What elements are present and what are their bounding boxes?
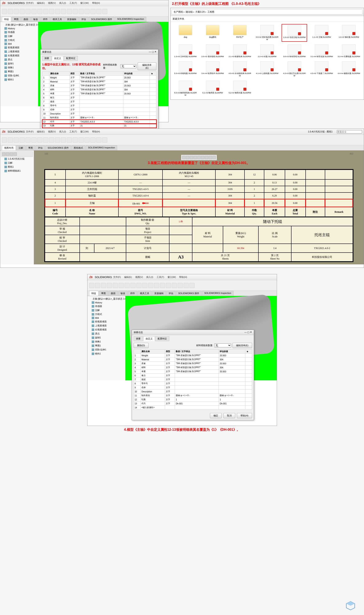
property-row[interactable]: 11制作类别文字圆钢 φ × t × 8 ↓圆钢 φ × t × 8 ↓ xyxy=(134,394,252,398)
tree-item[interactable]: 304 xyxy=(1,42,37,46)
ribbon-tab[interactable]: SOLIDWORKS Inspection xyxy=(86,145,117,150)
property-row[interactable]: 2Material文字"SW-材质@主轴.SLDPRT"304 xyxy=(42,80,156,84)
property-row[interactable]: 11制作类别文字圆钢 φ × t × 8 ↓圆钢 φ × t × 8 ↓ xyxy=(42,116,156,120)
property-row[interactable]: 12轧数文字11 xyxy=(134,398,252,402)
property-row[interactable]: 3质量文字"SW-质量@主轴.SLDPRT"20.563 xyxy=(42,84,156,88)
property-row[interactable]: 8零件号文字 xyxy=(134,382,252,386)
tool-icon[interactable] xyxy=(43,9,48,14)
tree-item[interactable]: 草图1 xyxy=(88,344,124,348)
tool-icon[interactable] xyxy=(37,9,42,14)
ribbon-tab[interactable]: 视图布局 xyxy=(2,145,16,150)
tool-icon[interactable] xyxy=(8,137,13,143)
menu-item[interactable]: 编辑(E) xyxy=(36,1,46,5)
ribbon-tab[interactable]: SOLIDWORKS 插件 xyxy=(45,145,71,150)
tool-icon[interactable] xyxy=(79,137,84,143)
tool-icon[interactable] xyxy=(73,9,78,14)
file-item[interactable]: 3.0-A3 转动导组.SLDDRW xyxy=(282,43,307,59)
search-input[interactable] xyxy=(337,130,362,133)
tree-item[interactable]: 锁向1 xyxy=(88,352,124,356)
tool-icon[interactable] xyxy=(91,9,95,14)
window-controls[interactable]: — ▢ ✕ xyxy=(244,331,252,334)
property-row[interactable]: 3质量文字"SW-质量@主轴.SLDPRT"20.563 xyxy=(134,362,252,366)
property-row[interactable]: 14<键入新属性> xyxy=(134,406,252,410)
tree-item[interactable]: 图纸1 xyxy=(1,165,33,169)
property-row[interactable]: 9名称文字 xyxy=(42,108,156,112)
tool-icon[interactable] xyxy=(49,137,54,143)
tool-icon[interactable] xyxy=(20,137,25,143)
property-row[interactable]: 2Material文字"SW-材质@主轴.SLDPRT"304 xyxy=(134,358,252,362)
menu-item[interactable]: 工具(T) xyxy=(155,275,166,279)
file-item[interactable]: 4.3-A3 下面盖二.SLDDRW xyxy=(309,60,334,78)
dialog-button[interactable]: 取消 xyxy=(223,413,235,418)
tree-root[interactable]: 1.0-A3 托坯主辊 xyxy=(1,157,33,161)
tool-icon[interactable] xyxy=(183,283,189,288)
tool-icon[interactable] xyxy=(95,283,100,288)
ribbon-tab[interactable]: 草图 xyxy=(12,17,21,22)
menu-item[interactable]: 视图(V) xyxy=(47,1,57,5)
tree-item[interactable]: 材料明细表1 xyxy=(1,169,33,173)
file-item[interactable]: 1.3-A3 主外托辊.SLDDRW xyxy=(173,43,198,59)
dialog-titlebar[interactable]: 摘要信息 — ▢ ✕ xyxy=(40,50,158,55)
tool-icon[interactable] xyxy=(166,283,171,288)
tool-icon[interactable] xyxy=(67,9,72,14)
property-row[interactable]: 1Weight文字"SW-质量@主轴.SLDPRT"20.563 xyxy=(42,76,156,80)
file-item[interactable]: 4.0-A3 从动辊组体.SLDDRW xyxy=(227,60,253,78)
tree-item[interactable]: 锁向1 xyxy=(1,78,37,82)
menu-item[interactable]: 帮助(H) xyxy=(91,1,101,5)
tree-root[interactable]: 主轴 (默认<<默认>_显示状态 1>) xyxy=(1,23,37,27)
file-item[interactable]: dwg图纸 xyxy=(200,24,225,42)
ribbon-tab[interactable]: 钣金 xyxy=(31,17,40,22)
tree-item[interactable]: 前视基准面 xyxy=(88,320,124,324)
tree-item[interactable]: 上视基准面 xyxy=(88,324,124,328)
window-controls[interactable]: — ▢ ✕ xyxy=(149,50,156,53)
edit-list-button[interactable]: 编辑清单(E) xyxy=(138,62,156,70)
property-row[interactable]: 7描述文字 xyxy=(134,378,252,382)
tree-item[interactable]: 右视基准面 xyxy=(1,53,37,58)
property-row[interactable]: 4材料文字"SW-材质@主轴.SLDPRT"304 xyxy=(42,88,156,92)
property-row[interactable]: 5单重文字"SW-质量@主轴.SLDPRT"20.563 xyxy=(134,370,252,374)
tool-icon[interactable] xyxy=(148,283,153,288)
ribbon-tab[interactable]: 草图 xyxy=(99,291,108,296)
file-item[interactable]: 2.2-A3 封盖.SLDDRW xyxy=(254,43,280,59)
tree-item[interactable]: 旋转1 xyxy=(88,336,124,340)
bom-row[interactable]: 3主外托辊TXG2021.4.0-5—310S126.270.00 xyxy=(45,186,353,193)
file-item[interactable]: 4.2-A3 固定叉位器.SLDDRW xyxy=(282,60,307,78)
tool-icon[interactable] xyxy=(101,283,106,288)
ribbon-tab[interactable]: 评估 xyxy=(36,145,45,150)
bom-qty-select[interactable]: 无 xyxy=(120,64,136,68)
property-row[interactable]: 7描述文字 xyxy=(42,100,156,104)
menu-item[interactable]: 工具(T) xyxy=(68,130,78,134)
ribbon-tab[interactable]: 特征 xyxy=(2,17,11,22)
bom-row[interactable]: 2轴封盖TXG2021.4.0-4—30426.290.00 xyxy=(45,193,353,199)
breadcrumb-item[interactable]: 随动辊 xyxy=(186,10,195,13)
file-item[interactable]: 5.2-A4 轴承封盖.SLDDRW xyxy=(227,80,253,97)
bom-table[interactable]: 5内六角圆柱头螺钉 GB70.1-2008GB70.1-2000内六角圆柱头螺栓… xyxy=(45,170,353,217)
ribbon-tab[interactable]: 直接编辑 xyxy=(152,291,166,296)
tool-icon[interactable] xyxy=(55,9,60,14)
breadcrumb[interactable]: 生产图纸随动辊方案0.29工程图 xyxy=(172,9,363,14)
tree-item[interactable]: 注解 xyxy=(1,161,33,165)
property-row[interactable]: 6备注文字 xyxy=(134,374,252,378)
property-row[interactable]: 4材料文字"SW-材质@主轴.SLDPRT"304 xyxy=(134,366,252,370)
viewport-3d[interactable]: 摘要信息 — ▢ ✕ 摘要自定义配置特定 1.模型中自定义属性12、13项 填写… xyxy=(38,22,169,106)
tool-icon[interactable] xyxy=(43,137,48,143)
tree-item[interactable]: 注解 xyxy=(88,308,124,312)
tool-icon[interactable] xyxy=(142,283,147,288)
tool-icon[interactable] xyxy=(73,137,78,143)
drawing-viewport[interactable]: 100 450 3.装配工程图的明细表重新覆盖了《主轴》自定义属性值为DH-00… xyxy=(34,151,364,264)
tool-icon[interactable] xyxy=(172,283,177,288)
custom-properties-table[interactable]: 属性名称类型数值 / 文字表达评估的值ဖာ 1Weight文字"SW-质量@主轴… xyxy=(134,349,252,410)
tree-item[interactable]: 切除-拉伸1 xyxy=(88,348,124,352)
tool-icon[interactable] xyxy=(119,283,124,288)
dialog-tab[interactable]: 摘要 xyxy=(42,56,52,61)
menu-item[interactable]: 文件(F) xyxy=(25,130,35,134)
ribbon-tab[interactable]: 焊件 xyxy=(128,291,137,296)
menu-item[interactable]: 视图(V) xyxy=(134,275,144,279)
property-row[interactable]: 13轧数文字2121 xyxy=(42,124,156,128)
tool-icon[interactable] xyxy=(61,137,66,143)
breadcrumb-item[interactable]: 生产图纸 xyxy=(174,10,185,13)
dialog-tab[interactable]: 摘要 xyxy=(134,336,143,341)
breadcrumb-item[interactable]: 工程图 xyxy=(208,10,214,13)
menu-item[interactable]: 窗口(W) xyxy=(79,1,90,5)
tree-item[interactable]: 注解 xyxy=(1,34,37,38)
